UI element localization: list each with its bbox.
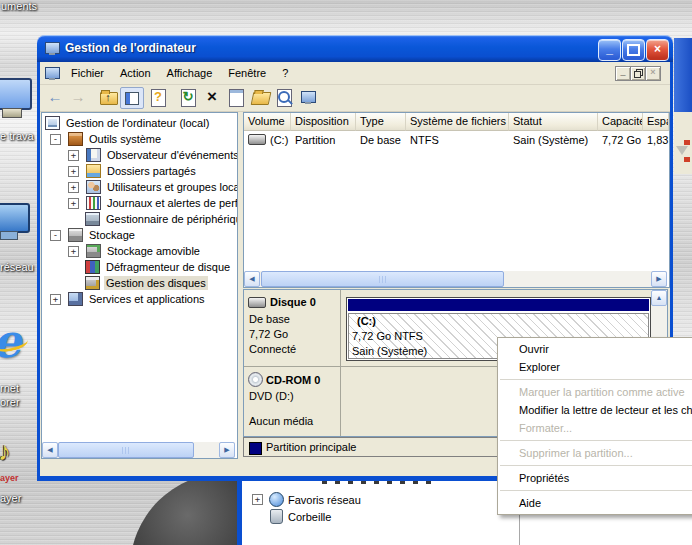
tree-item-stockage[interactable]: -Stockage (42, 227, 237, 243)
tree-item-favoris-reseau[interactable]: + Favoris réseau (252, 492, 361, 507)
open-folder-icon[interactable] (250, 87, 270, 107)
tree-item-corbeille[interactable]: Corbeille (252, 509, 331, 524)
delete-icon[interactable]: × (202, 87, 222, 107)
menu-affichage[interactable]: Affichage (159, 64, 221, 82)
tree-item-dossiers-partages[interactable]: +Dossiers partagés (42, 163, 237, 179)
help-topics-icon[interactable]: ? (148, 87, 168, 107)
mdi-restore-button[interactable] (630, 66, 646, 81)
disk0-info-cell[interactable]: Disque 0 De base 7,72 Go Connecté (244, 290, 341, 366)
menu-item-ouvrir[interactable]: Ouvrir (498, 340, 692, 358)
scroll-right-button[interactable]: ▶ (651, 271, 667, 287)
close-button[interactable]: × (646, 39, 669, 61)
my-computer-label[interactable]: e trava (0, 130, 34, 142)
scroll-up-button[interactable]: ▲ (651, 290, 667, 306)
expand-toggle[interactable]: + (252, 494, 263, 505)
tree-item-stockage-amovible[interactable]: +Stockage amovible (42, 243, 237, 259)
expand-toggle[interactable]: + (50, 294, 61, 305)
partition-context-menu: Ouvrir Explorer Marquer la partition com… (497, 337, 692, 515)
folder-glyph (251, 92, 272, 105)
menu-item-aide[interactable]: Aide (498, 494, 692, 512)
maximize-glyph (627, 44, 640, 56)
cdrom-info-cell[interactable]: CD-ROM 0 DVD (D:) Aucun média (244, 367, 341, 436)
expand-toggle[interactable]: + (68, 150, 79, 161)
legend-label: Partition principale (266, 441, 357, 453)
menu-item-proprietes[interactable]: Propriétés (498, 469, 692, 487)
forward-icon[interactable]: → (68, 87, 88, 107)
computer-management-icon (45, 42, 60, 54)
internet-explorer-label-2[interactable]: orer (0, 396, 20, 408)
column-header-volume[interactable]: Volume (244, 113, 291, 131)
tree-item-label: Stockage amovible (105, 244, 202, 258)
device-manager-icon (85, 212, 100, 226)
menu-aide[interactable]: ? (274, 64, 296, 82)
mdi-minimize-button[interactable]: _ (615, 66, 631, 81)
tree-item-label: Observateur d'événements (105, 148, 238, 162)
scrollbar-thumb[interactable] (58, 442, 194, 458)
maximize-button[interactable] (622, 39, 645, 61)
my-computer-base-icon (2, 108, 22, 118)
volume-capacite: 7,72 Go (598, 134, 643, 146)
tree-item-observateur-evenements[interactable]: +Observateur d'événements (42, 147, 237, 163)
expand-toggle[interactable]: + (68, 198, 79, 209)
tree-item-defragmenteur[interactable]: Défragmenteur de disque (42, 259, 237, 275)
tree-item-label: Services et applications (87, 292, 207, 306)
network-icon[interactable] (0, 203, 30, 233)
expand-toggle[interactable]: + (68, 246, 79, 257)
tree-item-label: Stockage (87, 228, 137, 242)
menu-fenetre[interactable]: Fenêtre (220, 64, 274, 82)
menu-action[interactable]: Action (112, 64, 159, 82)
tree-item-gestion-des-disques[interactable]: Gestion des disques (42, 275, 237, 291)
volume-row-c[interactable]: (C:) Partition De base NTFS Sain (Systèm… (244, 131, 669, 148)
tree-item-label: Journaux et alertes de performance (105, 196, 238, 210)
column-header-statut[interactable]: Statut (509, 113, 598, 131)
menu-item-explorer[interactable]: Explorer (498, 358, 692, 376)
scroll-left-button[interactable]: ◀ (244, 271, 260, 287)
collapse-toggle[interactable]: - (50, 230, 61, 241)
network-label[interactable]: réseau (0, 261, 34, 273)
network-base-icon (0, 231, 18, 240)
mdi-close-button[interactable]: × (645, 66, 661, 81)
tree-item-gestionnaire-peripheriques[interactable]: Gestionnaire de périphériques (42, 211, 237, 227)
tree-item-utilisateurs-groupes[interactable]: +Utilisateurs et groupes locaux (42, 179, 237, 195)
tree-horizontal-scrollbar[interactable]: ◀ ▶ (42, 442, 235, 458)
show-console-tree-icon[interactable] (120, 87, 144, 109)
volume-list-horizontal-scrollbar[interactable]: ◀ ▶ (244, 271, 667, 287)
up-one-level-icon[interactable]: ↑ (98, 87, 118, 107)
scroll-left-button[interactable]: ◀ (42, 442, 58, 458)
collapse-toggle[interactable]: - (50, 134, 61, 145)
expand-toggle[interactable]: + (68, 166, 79, 177)
volume-espace-libre: 1,83 Go (643, 134, 669, 146)
back-icon[interactable]: ← (45, 87, 65, 107)
menu-item-modifier-lettre[interactable]: Modifier la lettre de lecteur et les che… (498, 401, 692, 419)
expand-toggle[interactable]: + (68, 182, 79, 193)
manage-computer-icon[interactable] (298, 87, 318, 107)
storage-icon (68, 228, 83, 242)
users-icon (86, 180, 101, 194)
column-header-systeme-fichiers[interactable]: Système de fichiers (406, 113, 509, 131)
tree-item-journaux-alertes[interactable]: +Journaux et alertes de performance (42, 195, 237, 211)
search-icon[interactable] (274, 87, 294, 107)
column-header-capacite[interactable]: Capacité (598, 113, 643, 131)
menu-fichier[interactable]: Fichier (63, 64, 112, 82)
disk-management-icon (85, 276, 100, 290)
tree-item-gestion-ordinateur[interactable]: Gestion de l'ordinateur (local) (42, 115, 237, 131)
scrollbar-thumb[interactable] (261, 271, 504, 287)
computer-glyph (301, 91, 316, 103)
media-player-icon-text: ayer (0, 473, 19, 483)
tree-item-services-applications[interactable]: +Services et applications (42, 291, 237, 307)
column-header-type[interactable]: Type (356, 113, 406, 131)
internet-explorer-label-1[interactable]: rnet (0, 382, 19, 394)
volume-list-pane: Volume Disposition Type Système de fichi… (243, 112, 670, 288)
tree-item-outils-systeme[interactable]: -Outils système (42, 131, 237, 147)
scroll-right-button[interactable]: ▶ (219, 442, 235, 458)
background-window-titlebar-edge (674, 38, 692, 112)
column-header-disposition[interactable]: Disposition (291, 113, 356, 131)
my-computer-icon[interactable] (0, 78, 32, 110)
media-player-icon[interactable]: ♪ (0, 436, 11, 467)
refresh-icon[interactable]: ↻ (178, 87, 198, 107)
media-player-label[interactable]: ayer (0, 492, 21, 504)
minimize-button[interactable]: _ (598, 39, 621, 61)
column-header-espace-libre[interactable]: Espace libre (643, 113, 669, 131)
title-bar[interactable]: Gestion de l'ordinateur _ × (37, 35, 673, 62)
properties-icon[interactable] (226, 87, 246, 107)
